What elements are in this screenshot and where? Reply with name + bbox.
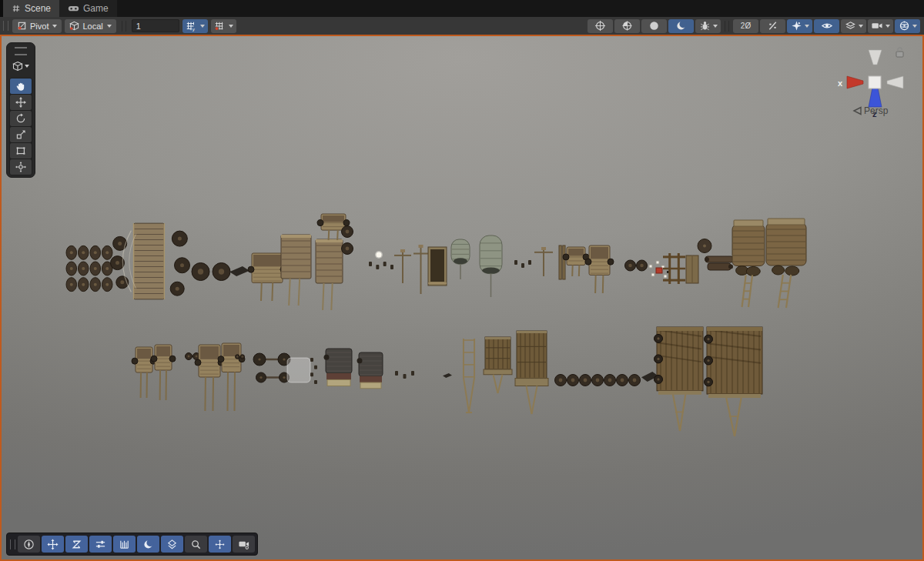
gizmo-axis-y-negative[interactable] bbox=[869, 50, 882, 65]
hay-wagon-b[interactable] bbox=[705, 327, 763, 436]
light-gizmo[interactable] bbox=[375, 251, 383, 259]
quarter-circle-icon bbox=[621, 20, 633, 32]
barrel-pair-b[interactable] bbox=[705, 256, 733, 270]
grid-snap-button[interactable]: y bbox=[182, 19, 208, 33]
gizmo-lock-icon[interactable] bbox=[896, 48, 903, 57]
overlay-drag-handle[interactable] bbox=[10, 539, 15, 549]
open-crate[interactable] bbox=[428, 247, 447, 286]
gizmo-axis-x[interactable] bbox=[847, 76, 863, 88]
barrel-pair-a[interactable] bbox=[698, 239, 711, 253]
covered-wagon-b[interactable] bbox=[766, 219, 806, 308]
small-parts-d[interactable] bbox=[395, 371, 414, 379]
flat-piece[interactable] bbox=[229, 266, 249, 276]
scene-viewport[interactable]: x z Persp bbox=[0, 35, 924, 561]
wheel-pair-sm[interactable] bbox=[186, 353, 200, 360]
camera-button[interactable] bbox=[868, 19, 893, 33]
rack-wagon[interactable] bbox=[111, 223, 190, 299]
scene-canvas[interactable] bbox=[2, 36, 922, 559]
covered-wagon-a[interactable] bbox=[732, 220, 765, 307]
hitch-pole-b[interactable] bbox=[413, 245, 428, 294]
transform-overlay-button[interactable] bbox=[209, 536, 231, 553]
filled-circle-button[interactable] bbox=[641, 19, 667, 33]
camera-preview-button[interactable] bbox=[233, 536, 255, 553]
small-parts-b[interactable] bbox=[514, 260, 531, 268]
scale-tool-button[interactable] bbox=[10, 127, 32, 142]
tab-game[interactable]: Game bbox=[59, 0, 117, 17]
hay-wagon-a[interactable] bbox=[654, 327, 704, 431]
hand-tool-button[interactable] bbox=[10, 78, 32, 94]
axle-b[interactable] bbox=[256, 372, 290, 382]
ghost-object[interactable] bbox=[287, 358, 310, 382]
small-parts-a[interactable] bbox=[369, 262, 393, 269]
mute-button[interactable] bbox=[760, 19, 785, 33]
axle-a[interactable] bbox=[253, 353, 290, 366]
dark-wagon-b[interactable] bbox=[357, 352, 383, 389]
view-menu-button[interactable] bbox=[10, 58, 32, 74]
wheel-cart[interactable] bbox=[585, 245, 614, 293]
view-options-button[interactable] bbox=[137, 536, 159, 553]
move-tool-button[interactable] bbox=[10, 95, 32, 110]
gizmo-x-label: x bbox=[838, 78, 843, 88]
tools-button[interactable] bbox=[42, 536, 64, 553]
tub-cart-b[interactable] bbox=[218, 343, 245, 411]
crate-wagon-a[interactable] bbox=[484, 337, 512, 393]
tab-scene[interactable]: Scene bbox=[3, 0, 59, 17]
overlays-button[interactable] bbox=[161, 536, 183, 553]
crate-wagon-b[interactable] bbox=[515, 331, 548, 414]
snap-increment-button[interactable] bbox=[211, 19, 236, 33]
small-dash[interactable] bbox=[443, 373, 452, 378]
quarter-circle-button[interactable] bbox=[614, 19, 640, 33]
tools-overlay bbox=[6, 42, 35, 178]
grid-size-input[interactable] bbox=[132, 19, 179, 32]
persp-toggle[interactable]: Persp bbox=[854, 105, 889, 116]
compass-icon bbox=[23, 539, 35, 550]
layers-button[interactable] bbox=[841, 19, 866, 33]
caret-down-icon bbox=[200, 25, 205, 28]
wheel-row[interactable] bbox=[555, 375, 641, 386]
snap-settings-button[interactable] bbox=[89, 536, 112, 553]
dark-wagon-a[interactable] bbox=[324, 349, 353, 386]
2d-toggle-button[interactable]: 2Ø bbox=[733, 19, 758, 33]
local-button[interactable]: Local bbox=[65, 19, 116, 33]
wheel-set[interactable] bbox=[625, 260, 648, 271]
hand-cart-a[interactable] bbox=[132, 347, 156, 398]
yoke-pole[interactable] bbox=[534, 247, 553, 276]
moon-button[interactable] bbox=[668, 19, 694, 33]
cube-icon bbox=[69, 21, 79, 31]
crosshair-circle-button[interactable] bbox=[588, 19, 613, 33]
search-button[interactable] bbox=[185, 536, 207, 553]
unity-scene-view-window: Scene Game Pivot bbox=[0, 0, 924, 561]
small-parts-c[interactable] bbox=[310, 358, 317, 384]
rotate-tool-button[interactable] bbox=[10, 111, 32, 126]
canvas-top-small[interactable] bbox=[451, 239, 470, 279]
hitch-pole-a[interactable] bbox=[394, 249, 411, 283]
canvas-top-large[interactable] bbox=[480, 235, 502, 297]
gizmo-center-cube[interactable] bbox=[869, 76, 881, 88]
overlay-drag-handle[interactable] bbox=[15, 47, 27, 55]
grid-visual-button[interactable] bbox=[113, 536, 136, 553]
spare-wheels[interactable] bbox=[342, 226, 353, 255]
visibility-button[interactable] bbox=[814, 19, 839, 33]
side-plank[interactable] bbox=[686, 255, 698, 283]
tool-settings-button[interactable] bbox=[65, 536, 88, 553]
barrel-pile[interactable] bbox=[66, 245, 112, 291]
pivot-button[interactable]: Pivot bbox=[12, 19, 62, 33]
hand-cart-b[interactable] bbox=[151, 345, 176, 400]
transform-tool-button[interactable] bbox=[10, 159, 32, 175]
box-wagon-a[interactable] bbox=[281, 235, 311, 306]
ladder-frame[interactable] bbox=[464, 339, 474, 412]
camera-plus-icon bbox=[238, 539, 250, 550]
gizmo-axis-x-negative[interactable] bbox=[887, 76, 903, 88]
rect-tool-button[interactable] bbox=[10, 143, 32, 159]
plank-pair[interactable] bbox=[559, 245, 565, 279]
wood-frame[interactable] bbox=[663, 253, 685, 284]
gizmos-button[interactable] bbox=[895, 19, 920, 33]
orientation-button[interactable] bbox=[18, 536, 40, 553]
box-wagon-b[interactable] bbox=[316, 239, 343, 310]
bug-button[interactable] bbox=[695, 19, 721, 33]
effects-button[interactable] bbox=[787, 19, 812, 33]
wheel-pairs[interactable] bbox=[192, 263, 230, 281]
toolbar-drag-handle[interactable] bbox=[3, 21, 8, 31]
effects-flare-icon bbox=[791, 20, 802, 32]
tub-cart-a[interactable] bbox=[195, 345, 224, 411]
